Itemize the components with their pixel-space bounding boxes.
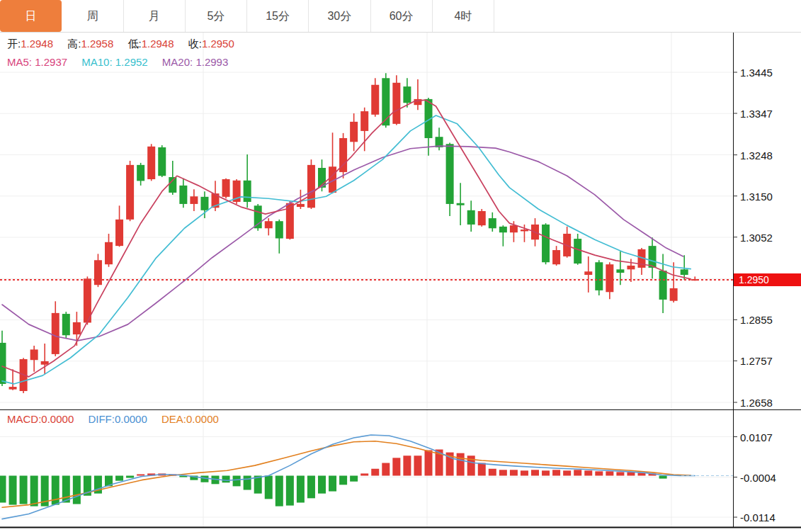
tab-15min[interactable]: 15分 (247, 0, 309, 32)
macd-bar (30, 476, 38, 506)
macd-bar (659, 476, 667, 479)
macd-bar (478, 463, 486, 476)
dea-value: 0.0000 (186, 413, 219, 425)
macd-bar (521, 470, 528, 475)
dea-group: DEA:0.0000 (161, 413, 219, 425)
price-axis-tick: 1.3248 (740, 149, 773, 161)
candle-body (190, 196, 198, 204)
candle-body (457, 203, 465, 205)
low-value: 1.2948 (142, 38, 174, 50)
candle-body (350, 122, 358, 142)
macd-bar (20, 476, 28, 504)
macd-bar (339, 476, 347, 485)
candle-body (30, 349, 38, 360)
candle-body (595, 262, 603, 290)
macd-bar (616, 472, 624, 475)
macd-bar (318, 476, 326, 494)
candle-body (73, 322, 81, 334)
macd-bar (595, 471, 603, 475)
price-axis-tick: 1.2855 (740, 314, 773, 326)
candle-body (41, 361, 49, 365)
tab-60min[interactable]: 60分 (371, 0, 433, 32)
candle-body (147, 147, 155, 179)
candle-body (670, 288, 678, 301)
tab-5min[interactable]: 5分 (186, 0, 247, 32)
macd-bar (606, 471, 613, 475)
macd-bar (222, 476, 230, 483)
candle-body (0, 343, 6, 384)
macd-bar (62, 476, 70, 503)
macd-bar (73, 476, 81, 504)
candle-body (179, 186, 187, 204)
candle-body (158, 147, 166, 176)
macd-bar (627, 472, 635, 475)
candle-body (105, 242, 113, 264)
macd-bar (329, 476, 336, 492)
candle-body (510, 225, 518, 232)
candle-body (360, 111, 368, 131)
candle-body (275, 221, 283, 238)
open-label: 开: (7, 38, 21, 50)
macd-bar (307, 476, 315, 499)
candle-body (297, 204, 305, 207)
ma20-value: 1.2993 (195, 56, 228, 68)
candle-body (371, 85, 379, 115)
macd-bar (9, 476, 17, 505)
candle-body (489, 218, 496, 228)
macd-bar (297, 476, 305, 503)
macd-bar (286, 476, 294, 506)
candle-body (62, 314, 70, 335)
candle-body (606, 264, 613, 292)
ma10-group: MA10: 1.2952 (81, 56, 147, 68)
candle-body (244, 181, 251, 202)
high-value: 1.2958 (81, 38, 113, 50)
macd-info-row: MACD:0.0000 DIFF:0.0000 DEA:0.0000 (7, 413, 230, 425)
candle-body (521, 230, 528, 231)
candle-body (446, 144, 454, 204)
macd-bar (371, 469, 379, 476)
candle-body (126, 165, 134, 220)
candle-body (137, 165, 144, 181)
tab-30min[interactable]: 30分 (309, 0, 370, 32)
macd-bar (244, 476, 251, 490)
macd-axis-tick: -0.0114 (740, 511, 776, 523)
ma5-value: 1.2937 (35, 56, 67, 68)
ma5-label: MA5: (7, 56, 32, 68)
candle-body (681, 269, 688, 275)
tab-week[interactable]: 周 (62, 0, 123, 32)
candle-body (552, 250, 560, 264)
price-axis-tick: 1.2658 (740, 397, 773, 409)
candle-body (616, 269, 624, 273)
tab-month[interactable]: 月 (124, 0, 186, 32)
diff-value: 0.0000 (115, 413, 147, 425)
price-axis-tick: 1.3052 (740, 231, 773, 243)
open-value: 1.2948 (21, 38, 53, 50)
candle-body (627, 266, 635, 269)
tab-day[interactable]: 日 (0, 0, 62, 32)
chart-canvas[interactable] (0, 0, 801, 532)
ma10-value: 1.2952 (115, 56, 148, 68)
macd-bar (425, 451, 433, 476)
macd-group: MACD:0.0000 (7, 413, 74, 425)
high-group: 高:1.2958 (67, 38, 113, 50)
macd-bar (563, 470, 571, 475)
tab-4hour[interactable]: 4时 (433, 0, 494, 32)
low-label: 低: (127, 38, 141, 50)
diff-group: DIFF:0.0000 (88, 413, 147, 425)
close-group: 收:1.2950 (188, 38, 234, 50)
macd-value: 0.0000 (41, 413, 74, 425)
macd-bar (392, 458, 400, 475)
current-price-marker: 1.2950 (734, 273, 801, 286)
macd-bar (574, 470, 581, 475)
macd-bar (542, 470, 550, 475)
candle-body (574, 239, 581, 264)
macd-bar (457, 453, 465, 476)
candle-body (9, 387, 17, 390)
price-axis-tick: 1.3347 (740, 108, 773, 120)
diff-label: DIFF: (88, 413, 115, 425)
macd-bar (584, 470, 592, 475)
candle-body (200, 197, 208, 210)
candle-body (254, 205, 262, 228)
macd-bar (403, 455, 411, 475)
candle-body (52, 313, 59, 354)
